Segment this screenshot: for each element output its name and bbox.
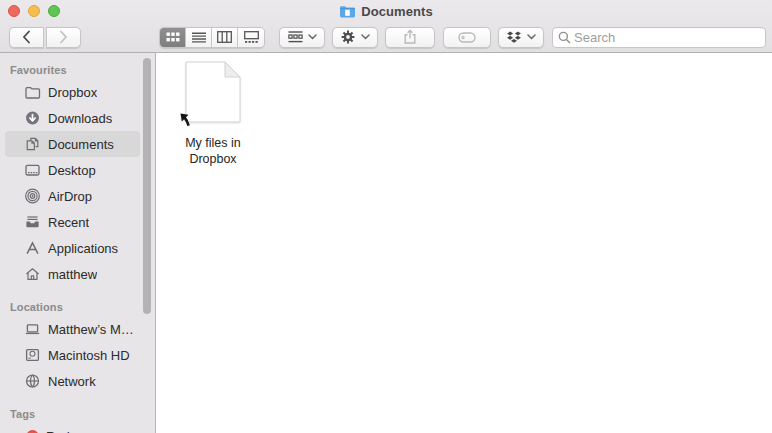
close-button[interactable] — [8, 5, 20, 17]
grid-view-icon — [166, 32, 180, 43]
recent-tray-icon — [24, 214, 41, 230]
sidebar-item-desktop[interactable]: Desktop — [5, 157, 140, 183]
back-button[interactable] — [9, 27, 44, 48]
list-view-icon — [192, 32, 206, 43]
column-view-icon — [217, 31, 232, 43]
share-icon — [402, 29, 418, 45]
content-area[interactable]: My files in Dropbox — [156, 53, 772, 433]
sidebar-item-dropbox[interactable]: Dropbox — [5, 79, 140, 105]
dropbox-logo-icon — [506, 31, 522, 44]
folder-icon — [24, 84, 41, 100]
chevron-right-icon — [59, 30, 68, 44]
sidebar-item-label: Applications — [48, 241, 118, 256]
group-icon — [288, 31, 303, 43]
sidebar-section-locations: Locations — [0, 298, 155, 316]
search-field[interactable] — [552, 27, 766, 48]
sidebar-item-documents[interactable]: Documents — [5, 131, 140, 157]
sidebar-item-home[interactable]: matthew — [5, 261, 140, 287]
sidebar-item-tag-red[interactable]: Red — [5, 423, 140, 433]
sidebar-item-label: Red — [46, 429, 70, 433]
gear-icon — [340, 29, 356, 45]
sidebar-scrollbar[interactable] — [143, 58, 151, 314]
sidebar-item-label: Recent — [48, 215, 89, 230]
chevron-down-icon — [308, 34, 317, 40]
airdrop-icon — [24, 188, 41, 204]
sidebar-item-label: Documents — [48, 137, 114, 152]
group-by-button[interactable] — [279, 27, 325, 48]
alias-arrow-badge-icon — [179, 112, 195, 128]
documents-folder-icon — [339, 5, 356, 18]
tag-button[interactable] — [443, 27, 491, 48]
gallery-view-button[interactable] — [238, 28, 264, 47]
desktop-icon — [24, 162, 41, 178]
sidebar-item-label: Desktop — [48, 163, 96, 178]
minimize-button[interactable] — [28, 5, 40, 17]
sidebar-item-label: Macintosh HD — [48, 348, 130, 363]
home-icon — [24, 266, 41, 282]
sidebar-item-label: matthew — [48, 267, 97, 282]
page-title: Documents — [361, 4, 433, 19]
tag-icon — [458, 32, 476, 43]
applications-a-icon — [24, 240, 41, 256]
sidebar-item-label: Downloads — [48, 111, 112, 126]
view-mode-segmented-control — [159, 27, 265, 48]
list-view-button[interactable] — [186, 28, 212, 47]
traffic-lights — [8, 5, 60, 17]
sidebar-item-label: Matthew’s M… — [48, 322, 134, 337]
finder-window: Documents — [0, 0, 772, 433]
sidebar-item-this-mac[interactable]: Matthew’s M… — [5, 316, 140, 342]
download-circle-icon — [24, 110, 41, 126]
chevron-down-icon — [361, 34, 370, 40]
hard-drive-icon — [24, 347, 41, 363]
sidebar-section-favourites: Favourites — [0, 61, 155, 79]
sidebar-section-tags: Tags — [0, 405, 155, 423]
chevron-left-icon — [22, 30, 31, 44]
search-icon — [558, 31, 571, 44]
window-body: Favourites Dropbox Downloads Documents — [0, 53, 772, 433]
sidebar-item-applications[interactable]: Applications — [5, 235, 140, 261]
documents-icon — [24, 136, 41, 152]
icon-view-button[interactable] — [160, 28, 186, 47]
search-input[interactable] — [574, 30, 765, 45]
sidebar-item-label: Dropbox — [48, 85, 97, 100]
sidebar: Favourites Dropbox Downloads Documents — [0, 53, 156, 433]
laptop-icon — [24, 321, 41, 337]
gallery-view-icon — [244, 31, 259, 43]
sidebar-item-downloads[interactable]: Downloads — [5, 105, 140, 131]
dropbox-toolbar-button[interactable] — [498, 27, 544, 48]
sidebar-item-macintosh-hd[interactable]: Macintosh HD — [5, 342, 140, 368]
titlebar: Documents — [0, 0, 772, 22]
file-item-my-files-in-dropbox[interactable]: My files in Dropbox — [169, 61, 257, 167]
column-view-button[interactable] — [212, 28, 238, 47]
chevron-down-icon — [527, 34, 536, 40]
forward-button[interactable] — [46, 27, 81, 48]
share-button[interactable] — [385, 27, 435, 48]
window-title: Documents — [0, 0, 772, 22]
action-button[interactable] — [332, 27, 378, 48]
globe-icon — [24, 373, 41, 389]
sidebar-item-airdrop[interactable]: AirDrop — [5, 183, 140, 209]
sidebar-item-recent[interactable]: Recent — [5, 209, 140, 235]
sidebar-item-label: Network — [48, 374, 96, 389]
red-tag-dot-icon — [26, 430, 39, 433]
document-file-icon — [185, 61, 241, 123]
sidebar-item-label: AirDrop — [48, 189, 92, 204]
file-label: My files in Dropbox — [169, 136, 257, 167]
sidebar-item-network[interactable]: Network — [5, 368, 140, 394]
zoom-button[interactable] — [48, 5, 60, 17]
window-header: Documents — [0, 0, 772, 53]
toolbar — [0, 22, 772, 52]
